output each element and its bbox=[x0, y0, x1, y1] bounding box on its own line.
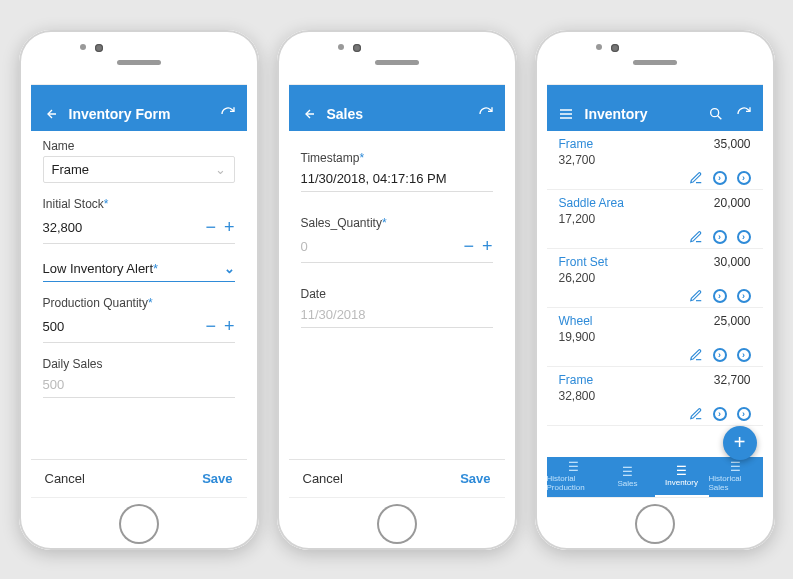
page-title: Sales bbox=[327, 106, 467, 122]
add-button[interactable]: + bbox=[723, 426, 757, 460]
label-daily-sales: Daily Sales bbox=[43, 357, 235, 371]
back-arrow-icon[interactable] bbox=[41, 105, 59, 123]
chevron-right-icon[interactable]: › bbox=[737, 171, 751, 185]
field-timestamp: Timestamp* 11/30/2018, 04:17:16 PM bbox=[301, 151, 493, 192]
inventory-item[interactable]: Wheel25,00019,900›› bbox=[547, 308, 763, 367]
label-prod-qty: Production Quantity* bbox=[43, 296, 235, 310]
field-initial-stock: Initial Stock* 32,800 − + bbox=[43, 197, 235, 244]
chevron-right-icon[interactable]: › bbox=[713, 348, 727, 362]
label-initial-stock: Initial Stock* bbox=[43, 197, 235, 211]
increment-button[interactable]: + bbox=[224, 316, 235, 337]
item-name: Saddle Area bbox=[559, 196, 624, 210]
tab-historical-sales[interactable]: ☰Historical Sales bbox=[709, 457, 763, 497]
input-sales-qty[interactable]: 0 − + bbox=[301, 233, 493, 263]
chevron-down-icon: ⌄ bbox=[215, 162, 226, 177]
edit-icon[interactable] bbox=[689, 289, 703, 303]
refresh-icon[interactable] bbox=[735, 105, 753, 123]
label-sales-qty: Sales_Quantity* bbox=[301, 216, 493, 230]
chevron-right-icon[interactable]: › bbox=[737, 230, 751, 244]
item-right-value: 20,000 bbox=[714, 196, 751, 210]
edit-icon[interactable] bbox=[689, 348, 703, 362]
list-icon: ☰ bbox=[730, 461, 741, 473]
page-title: Inventory Form bbox=[69, 106, 209, 122]
decrement-button[interactable]: − bbox=[205, 316, 216, 337]
value-prod-qty: 500 bbox=[43, 319, 206, 334]
decrement-button[interactable]: − bbox=[463, 236, 474, 257]
tab-label: Sales bbox=[617, 479, 637, 488]
input-date[interactable]: 11/30/2018 bbox=[301, 304, 493, 328]
item-name: Frame bbox=[559, 373, 594, 387]
value-timestamp: 11/30/2018, 04:17:16 PM bbox=[301, 171, 493, 186]
inventory-item[interactable]: Front Set30,00026,200›› bbox=[547, 249, 763, 308]
input-timestamp[interactable]: 11/30/2018, 04:17:16 PM bbox=[301, 168, 493, 192]
tab-historial-production[interactable]: ☰Historial Production bbox=[547, 457, 601, 497]
edit-icon[interactable] bbox=[689, 171, 703, 185]
cancel-button[interactable]: Cancel bbox=[303, 471, 343, 486]
search-icon[interactable] bbox=[707, 105, 725, 123]
save-button[interactable]: Save bbox=[202, 471, 232, 486]
save-button[interactable]: Save bbox=[460, 471, 490, 486]
item-right-value: 25,000 bbox=[714, 314, 751, 328]
chevron-right-icon[interactable]: › bbox=[737, 407, 751, 421]
input-prod-qty[interactable]: 500 − + bbox=[43, 313, 235, 343]
item-sub-value: 32,700 bbox=[559, 153, 751, 167]
edit-icon[interactable] bbox=[689, 407, 703, 421]
item-right-value: 35,000 bbox=[714, 137, 751, 151]
label-low-alert: Low Inventory Alert* bbox=[43, 261, 224, 276]
field-sales-qty: Sales_Quantity* 0 − + bbox=[301, 216, 493, 263]
tab-inventory[interactable]: ☰Inventory bbox=[655, 457, 709, 497]
phone-bezel-top bbox=[535, 30, 775, 84]
phone-bezel-top bbox=[19, 30, 259, 84]
page-title: Inventory bbox=[585, 106, 697, 122]
screen: Inventory Form Name Frame ⌄ Initial Stoc… bbox=[31, 84, 247, 498]
input-initial-stock[interactable]: 32,800 − + bbox=[43, 214, 235, 244]
form-footer: Cancel Save bbox=[289, 459, 505, 497]
input-daily-sales[interactable]: 500 bbox=[43, 374, 235, 398]
phone-bezel-bottom bbox=[19, 498, 259, 550]
field-prod-qty: Production Quantity* 500 − + bbox=[43, 296, 235, 343]
chevron-right-icon[interactable]: › bbox=[737, 289, 751, 303]
list-icon: ☰ bbox=[568, 461, 579, 473]
menu-icon[interactable] bbox=[557, 105, 575, 123]
item-sub-value: 19,900 bbox=[559, 330, 751, 344]
phone-bezel-bottom bbox=[277, 498, 517, 550]
inventory-list[interactable]: Frame35,00032,700››Saddle Area20,00017,2… bbox=[547, 131, 763, 457]
tab-label: Historical Sales bbox=[709, 474, 763, 492]
label-timestamp: Timestamp* bbox=[301, 151, 493, 165]
select-name[interactable]: Frame ⌄ bbox=[43, 156, 235, 183]
chevron-right-icon[interactable]: › bbox=[713, 230, 727, 244]
edit-icon[interactable] bbox=[689, 230, 703, 244]
item-right-value: 32,700 bbox=[714, 373, 751, 387]
home-button[interactable] bbox=[635, 504, 675, 544]
refresh-icon[interactable] bbox=[477, 105, 495, 123]
home-button[interactable] bbox=[377, 504, 417, 544]
phone-bezel-bottom bbox=[535, 498, 775, 550]
chevron-right-icon[interactable]: › bbox=[713, 407, 727, 421]
field-name: Name Frame ⌄ bbox=[43, 139, 235, 183]
input-low-alert[interactable]: Low Inventory Alert* ⌄ bbox=[43, 258, 235, 282]
increment-button[interactable]: + bbox=[224, 217, 235, 238]
item-name: Front Set bbox=[559, 255, 608, 269]
tab-bar: ☰Historial Production☰Sales☰Inventory☰Hi… bbox=[547, 457, 763, 497]
back-arrow-icon[interactable] bbox=[299, 105, 317, 123]
svg-point-5 bbox=[710, 108, 718, 116]
decrement-button[interactable]: − bbox=[205, 217, 216, 238]
tab-label: Inventory bbox=[665, 478, 698, 487]
home-button[interactable] bbox=[119, 504, 159, 544]
placeholder-sales-qty: 0 bbox=[301, 239, 464, 254]
inventory-item[interactable]: Saddle Area20,00017,200›› bbox=[547, 190, 763, 249]
form-content: Timestamp* 11/30/2018, 04:17:16 PM Sales… bbox=[289, 131, 505, 459]
chevron-right-icon[interactable]: › bbox=[713, 171, 727, 185]
phone-inventory-list: Inventory Frame35,00032,700››Saddle Area… bbox=[535, 30, 775, 550]
tab-sales[interactable]: ☰Sales bbox=[601, 457, 655, 497]
svg-line-6 bbox=[717, 115, 721, 119]
select-name-value: Frame bbox=[52, 162, 90, 177]
cancel-button[interactable]: Cancel bbox=[45, 471, 85, 486]
inventory-item[interactable]: Frame35,00032,700›› bbox=[547, 131, 763, 190]
chevron-right-icon[interactable]: › bbox=[713, 289, 727, 303]
increment-button[interactable]: + bbox=[482, 236, 493, 257]
refresh-icon[interactable] bbox=[219, 105, 237, 123]
inventory-item[interactable]: Frame32,70032,800›› bbox=[547, 367, 763, 426]
chevron-right-icon[interactable]: › bbox=[737, 348, 751, 362]
screen: Sales Timestamp* 11/30/2018, 04:17:16 PM… bbox=[289, 84, 505, 498]
